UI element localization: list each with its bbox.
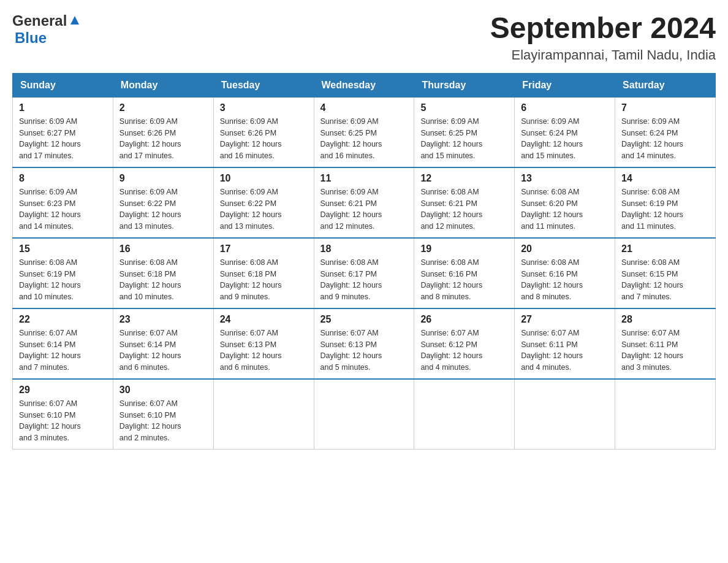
day-number: 7	[621, 102, 709, 113]
day-number: 4	[320, 102, 408, 113]
day-number: 20	[521, 243, 609, 255]
day-number: 30	[119, 385, 207, 396]
day-number: 15	[19, 243, 107, 255]
calendar-cell: 20Sunrise: 6:08 AMSunset: 6:16 PMDayligh…	[515, 238, 615, 308]
day-number: 17	[220, 243, 308, 255]
day-info: Sunrise: 6:08 AMSunset: 6:16 PMDaylight:…	[521, 257, 609, 303]
day-info: Sunrise: 6:09 AMSunset: 6:26 PMDaylight:…	[220, 116, 308, 162]
day-info: Sunrise: 6:09 AMSunset: 6:25 PMDaylight:…	[420, 116, 508, 162]
calendar-week-row-3: 15Sunrise: 6:08 AMSunset: 6:19 PMDayligh…	[13, 238, 716, 308]
calendar-cell: 16Sunrise: 6:08 AMSunset: 6:18 PMDayligh…	[113, 238, 213, 308]
day-number: 26	[420, 314, 508, 325]
day-info: Sunrise: 6:09 AMSunset: 6:25 PMDaylight:…	[320, 116, 408, 162]
calendar-cell	[314, 379, 414, 450]
logo-blue-text: Blue	[15, 29, 47, 47]
day-number: 3	[220, 102, 308, 113]
calendar-cell: 10Sunrise: 6:09 AMSunset: 6:22 PMDayligh…	[213, 167, 314, 238]
calendar-week-row-1: 1Sunrise: 6:09 AMSunset: 6:27 PMDaylight…	[13, 97, 716, 167]
day-info: Sunrise: 6:09 AMSunset: 6:24 PMDaylight:…	[621, 116, 709, 162]
day-info: Sunrise: 6:07 AMSunset: 6:11 PMDaylight:…	[521, 327, 609, 373]
day-info: Sunrise: 6:08 AMSunset: 6:19 PMDaylight:…	[19, 257, 107, 303]
calendar-cell: 18Sunrise: 6:08 AMSunset: 6:17 PMDayligh…	[314, 238, 414, 308]
day-info: Sunrise: 6:08 AMSunset: 6:19 PMDaylight:…	[621, 186, 709, 232]
weekday-header-sunday: Sunday	[13, 73, 113, 97]
day-number: 10	[220, 173, 308, 184]
calendar-cell: 29Sunrise: 6:07 AMSunset: 6:10 PMDayligh…	[13, 379, 113, 450]
weekday-header-monday: Monday	[113, 73, 213, 97]
day-number: 27	[521, 314, 609, 325]
calendar-cell	[615, 379, 716, 450]
calendar-cell: 1Sunrise: 6:09 AMSunset: 6:27 PMDaylight…	[13, 97, 113, 167]
calendar-cell: 19Sunrise: 6:08 AMSunset: 6:16 PMDayligh…	[414, 238, 515, 308]
day-number: 28	[621, 314, 709, 325]
day-number: 11	[320, 173, 408, 184]
day-number: 12	[420, 173, 508, 184]
day-info: Sunrise: 6:08 AMSunset: 6:17 PMDaylight:…	[320, 257, 408, 303]
calendar-cell: 23Sunrise: 6:07 AMSunset: 6:14 PMDayligh…	[113, 308, 213, 379]
day-info: Sunrise: 6:07 AMSunset: 6:14 PMDaylight:…	[119, 327, 207, 373]
day-number: 6	[521, 102, 609, 113]
calendar-cell: 12Sunrise: 6:08 AMSunset: 6:21 PMDayligh…	[414, 167, 515, 238]
calendar-cell: 11Sunrise: 6:09 AMSunset: 6:21 PMDayligh…	[314, 167, 414, 238]
logo-general-text: General	[12, 12, 67, 29]
svg-marker-0	[70, 16, 79, 25]
weekday-header-saturday: Saturday	[615, 73, 716, 97]
day-info: Sunrise: 6:07 AMSunset: 6:12 PMDaylight:…	[420, 327, 508, 373]
calendar-cell: 17Sunrise: 6:08 AMSunset: 6:18 PMDayligh…	[213, 238, 314, 308]
logo-triangle-icon	[68, 13, 82, 27]
calendar-cell: 28Sunrise: 6:07 AMSunset: 6:11 PMDayligh…	[615, 308, 716, 379]
day-info: Sunrise: 6:09 AMSunset: 6:22 PMDaylight:…	[220, 186, 308, 232]
day-number: 23	[119, 314, 207, 325]
calendar-cell	[515, 379, 615, 450]
day-number: 24	[220, 314, 308, 325]
day-info: Sunrise: 6:07 AMSunset: 6:10 PMDaylight:…	[19, 398, 107, 444]
day-number: 9	[119, 173, 207, 184]
day-number: 13	[521, 173, 609, 184]
title-area: September 2024 Elayirampannai, Tamil Nad…	[490, 12, 716, 63]
day-info: Sunrise: 6:08 AMSunset: 6:15 PMDaylight:…	[621, 257, 709, 303]
calendar-cell: 3Sunrise: 6:09 AMSunset: 6:26 PMDaylight…	[213, 97, 314, 167]
day-number: 21	[621, 243, 709, 255]
day-info: Sunrise: 6:07 AMSunset: 6:11 PMDaylight:…	[621, 327, 709, 373]
day-info: Sunrise: 6:07 AMSunset: 6:13 PMDaylight:…	[220, 327, 308, 373]
day-info: Sunrise: 6:09 AMSunset: 6:21 PMDaylight:…	[320, 186, 408, 232]
day-info: Sunrise: 6:09 AMSunset: 6:27 PMDaylight:…	[19, 116, 107, 162]
weekday-header-row: SundayMondayTuesdayWednesdayThursdayFrid…	[13, 73, 716, 97]
day-number: 2	[119, 102, 207, 113]
calendar-cell: 27Sunrise: 6:07 AMSunset: 6:11 PMDayligh…	[515, 308, 615, 379]
calendar-week-row-4: 22Sunrise: 6:07 AMSunset: 6:14 PMDayligh…	[13, 308, 716, 379]
day-number: 5	[420, 102, 508, 113]
calendar-cell: 7Sunrise: 6:09 AMSunset: 6:24 PMDaylight…	[615, 97, 716, 167]
calendar-cell: 6Sunrise: 6:09 AMSunset: 6:24 PMDaylight…	[515, 97, 615, 167]
calendar-cell: 15Sunrise: 6:08 AMSunset: 6:19 PMDayligh…	[13, 238, 113, 308]
calendar-cell: 4Sunrise: 6:09 AMSunset: 6:25 PMDaylight…	[314, 97, 414, 167]
calendar-cell: 22Sunrise: 6:07 AMSunset: 6:14 PMDayligh…	[13, 308, 113, 379]
page-header: General Blue September 2024 Elayirampann…	[12, 12, 716, 63]
day-info: Sunrise: 6:08 AMSunset: 6:20 PMDaylight:…	[521, 186, 609, 232]
day-info: Sunrise: 6:08 AMSunset: 6:18 PMDaylight:…	[119, 257, 207, 303]
day-info: Sunrise: 6:07 AMSunset: 6:13 PMDaylight:…	[320, 327, 408, 373]
day-number: 22	[19, 314, 107, 325]
logo: General Blue	[12, 12, 82, 47]
calendar-cell	[213, 379, 314, 450]
calendar-table: SundayMondayTuesdayWednesdayThursdayFrid…	[12, 73, 716, 450]
calendar-cell: 5Sunrise: 6:09 AMSunset: 6:25 PMDaylight…	[414, 97, 515, 167]
day-info: Sunrise: 6:09 AMSunset: 6:23 PMDaylight:…	[19, 186, 107, 232]
day-info: Sunrise: 6:08 AMSunset: 6:16 PMDaylight:…	[420, 257, 508, 303]
day-info: Sunrise: 6:09 AMSunset: 6:22 PMDaylight:…	[119, 186, 207, 232]
day-number: 14	[621, 173, 709, 184]
location-title: Elayirampannai, Tamil Nadu, India	[490, 47, 716, 63]
calendar-cell: 25Sunrise: 6:07 AMSunset: 6:13 PMDayligh…	[314, 308, 414, 379]
calendar-cell: 14Sunrise: 6:08 AMSunset: 6:19 PMDayligh…	[615, 167, 716, 238]
calendar-week-row-5: 29Sunrise: 6:07 AMSunset: 6:10 PMDayligh…	[13, 379, 716, 450]
day-number: 16	[119, 243, 207, 255]
calendar-week-row-2: 8Sunrise: 6:09 AMSunset: 6:23 PMDaylight…	[13, 167, 716, 238]
calendar-cell: 30Sunrise: 6:07 AMSunset: 6:10 PMDayligh…	[113, 379, 213, 450]
day-info: Sunrise: 6:09 AMSunset: 6:26 PMDaylight:…	[119, 116, 207, 162]
weekday-header-tuesday: Tuesday	[213, 73, 314, 97]
day-number: 1	[19, 102, 107, 113]
calendar-cell: 8Sunrise: 6:09 AMSunset: 6:23 PMDaylight…	[13, 167, 113, 238]
weekday-header-thursday: Thursday	[414, 73, 515, 97]
calendar-cell: 21Sunrise: 6:08 AMSunset: 6:15 PMDayligh…	[615, 238, 716, 308]
day-number: 18	[320, 243, 408, 255]
